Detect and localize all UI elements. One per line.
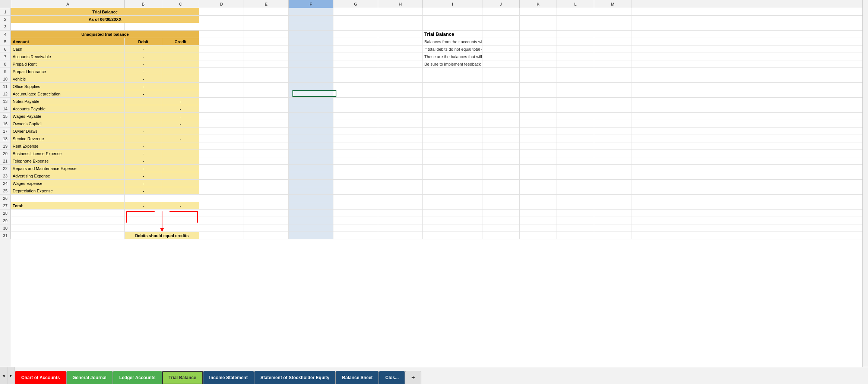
cell-d29[interactable] [199, 217, 244, 224]
cell-h4[interactable] [378, 31, 423, 38]
cell-a25[interactable]: Depreciation Expense [11, 187, 125, 194]
cell-h29[interactable] [378, 217, 423, 224]
cell-k19[interactable] [520, 142, 557, 149]
cell-b16[interactable] [125, 120, 162, 127]
cell-k22[interactable] [520, 165, 557, 172]
cell-f10[interactable] [289, 75, 333, 82]
cell-f18[interactable] [289, 135, 333, 142]
cell-i23[interactable] [423, 172, 482, 179]
col-header-d[interactable]: D [199, 0, 244, 8]
cell-d7[interactable] [199, 53, 244, 60]
cell-j9[interactable] [482, 68, 520, 75]
cell-e19[interactable] [244, 142, 289, 149]
cell-k6[interactable] [520, 45, 557, 53]
cell-f2[interactable] [289, 16, 333, 23]
cell-l8[interactable] [557, 60, 594, 67]
cell-l3[interactable] [557, 23, 594, 30]
cell-b15[interactable] [125, 113, 162, 120]
cell-h25[interactable] [378, 187, 423, 194]
cell-h30[interactable] [378, 224, 423, 232]
cell-j29[interactable] [482, 217, 520, 224]
cell-b13[interactable] [125, 98, 162, 105]
cell-l7[interactable] [557, 53, 594, 60]
cell-i13[interactable] [423, 98, 482, 105]
cell-b24[interactable]: - [125, 180, 162, 187]
tab-add-button[interactable]: + [405, 371, 421, 384]
cell-a27[interactable]: Total: [11, 202, 125, 209]
cell-i14[interactable] [423, 105, 482, 112]
cell-c5[interactable]: Credit [162, 38, 199, 45]
cell-a29[interactable] [11, 217, 125, 224]
cell-d4[interactable] [199, 31, 244, 38]
cell-b5[interactable]: Debit [125, 38, 162, 45]
cell-d12[interactable] [199, 90, 244, 97]
cell-c16[interactable]: - [162, 120, 199, 127]
cell-a7[interactable]: Accounts Receivable [11, 53, 125, 60]
cell-e14[interactable] [244, 105, 289, 112]
cell-g21[interactable] [333, 157, 378, 164]
cell-j17[interactable] [482, 128, 520, 135]
cell-l16[interactable] [557, 120, 594, 127]
cell-h3[interactable] [378, 23, 423, 30]
cell-m29[interactable] [594, 217, 631, 224]
cell-f26[interactable] [289, 195, 333, 202]
cell-f25[interactable] [289, 187, 333, 194]
cell-j6[interactable] [482, 45, 520, 53]
cell-d13[interactable] [199, 98, 244, 105]
cell-k13[interactable] [520, 98, 557, 105]
cell-d16[interactable] [199, 120, 244, 127]
cell-e29[interactable] [244, 217, 289, 224]
cell-h12[interactable] [378, 90, 423, 97]
cell-b10[interactable]: - [125, 75, 162, 82]
cell-f21[interactable] [289, 157, 333, 164]
cell-b9[interactable]: - [125, 68, 162, 75]
cell-c17[interactable] [162, 128, 199, 135]
cell-f12[interactable] [289, 90, 333, 97]
cell-d2[interactable] [199, 16, 244, 23]
cell-j12[interactable] [482, 90, 520, 97]
cell-j27[interactable] [482, 202, 520, 209]
cell-f9[interactable] [289, 68, 333, 75]
cell-b23[interactable]: - [125, 172, 162, 179]
cell-g8[interactable] [333, 60, 378, 67]
cell-h2[interactable] [378, 16, 423, 23]
cell-h10[interactable] [378, 75, 423, 82]
cell-l21[interactable] [557, 157, 594, 164]
cell-m2[interactable] [594, 16, 631, 23]
cell-e17[interactable] [244, 128, 289, 135]
cell-f16[interactable] [289, 120, 333, 127]
cell-m4[interactable] [594, 31, 631, 38]
cell-c19[interactable] [162, 142, 199, 149]
cell-f29[interactable] [289, 217, 333, 224]
cell-j21[interactable] [482, 157, 520, 164]
cell-a31[interactable] [11, 232, 125, 239]
tab-prev-button[interactable]: ◄ [0, 367, 7, 384]
cell-f17[interactable] [289, 128, 333, 135]
cell-c24[interactable] [162, 180, 199, 187]
cell-l9[interactable] [557, 68, 594, 75]
cell-g5[interactable] [333, 38, 378, 45]
cell-k2[interactable] [520, 16, 557, 23]
cell-g18[interactable] [333, 135, 378, 142]
cell-e11[interactable] [244, 83, 289, 90]
cell-k29[interactable] [520, 217, 557, 224]
cell-c30[interactable] [162, 224, 199, 232]
cell-a6[interactable]: Cash [11, 45, 125, 53]
cell-g3[interactable] [333, 23, 378, 30]
cell-h11[interactable] [378, 83, 423, 90]
cell-f27[interactable] [289, 202, 333, 209]
cell-d17[interactable] [199, 128, 244, 135]
cell-k24[interactable] [520, 180, 557, 187]
cell-g29[interactable] [333, 217, 378, 224]
cell-d15[interactable] [199, 113, 244, 120]
cell-m11[interactable] [594, 83, 631, 90]
cell-h24[interactable] [378, 180, 423, 187]
cell-a1-merged[interactable]: Trial Balance [11, 8, 199, 15]
cell-g11[interactable] [333, 83, 378, 90]
cell-e8[interactable] [244, 60, 289, 67]
cell-d22[interactable] [199, 165, 244, 172]
cell-i25[interactable] [423, 187, 482, 194]
cell-c22[interactable] [162, 165, 199, 172]
cell-a12[interactable]: Accumulated Depreciation [11, 90, 125, 97]
cell-e4[interactable] [244, 31, 289, 38]
